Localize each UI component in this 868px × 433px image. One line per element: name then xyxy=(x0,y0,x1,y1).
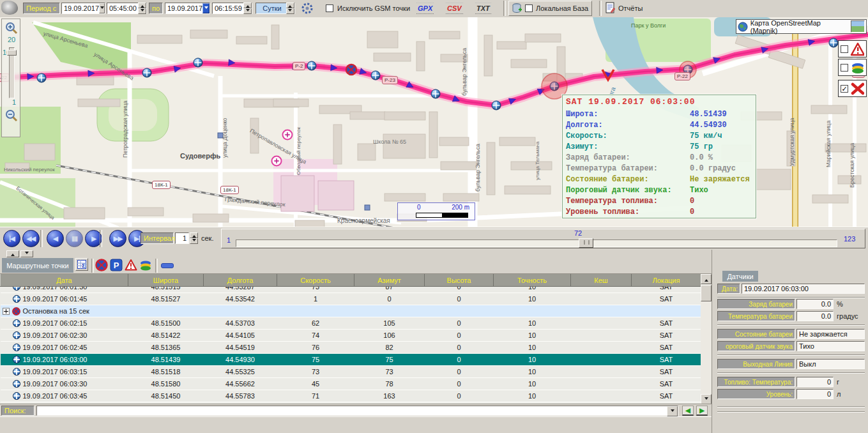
stops-filter-button[interactable] xyxy=(95,258,109,272)
table-header-row[interactable]: ДатаШиротаДолготаСкоростьАзимутВысотаТоч… xyxy=(1,274,701,287)
expand-icon[interactable] xyxy=(3,308,10,315)
date-from-field[interactable]: 19.09.2017 xyxy=(61,3,105,14)
sensor-value[interactable]: Не заряжается xyxy=(796,329,865,339)
column-header[interactable]: Долгота xyxy=(204,274,277,287)
time-from-spinner[interactable] xyxy=(138,3,146,14)
sat-marker[interactable] xyxy=(371,71,380,80)
poi-marker[interactable] xyxy=(283,130,293,140)
alarm-filter-button[interactable] xyxy=(124,258,138,272)
column-header[interactable]: Точность xyxy=(494,274,571,287)
sensor-value[interactable]: 0 xyxy=(796,377,834,387)
sat-marker[interactable] xyxy=(37,73,46,82)
satellite-point-icon xyxy=(13,380,20,388)
map-preview-button[interactable] xyxy=(851,20,865,33)
date-from-dropdown-icon[interactable] xyxy=(99,3,105,13)
play-back-button[interactable]: ◀ xyxy=(47,230,64,247)
zoom-slider-thumb[interactable] xyxy=(7,50,17,56)
search-label: Поиск: xyxy=(1,406,34,416)
table-row[interactable]: 19.09.2017 06:03:1548.5151844.5532573730… xyxy=(1,366,701,378)
map-option-clear[interactable]: ✓ xyxy=(838,80,867,97)
map-area[interactable]: улица Арсеньеваулица АрсеньеваПетроградс… xyxy=(0,17,868,227)
table-row[interactable]: 19.09.2017 06:01:3048.5151544.5328773870… xyxy=(1,287,701,293)
column-header[interactable]: Широта xyxy=(128,274,204,287)
poi-marker[interactable] xyxy=(272,156,282,166)
sat-marker[interactable] xyxy=(142,68,151,77)
local-db-checkbox[interactable] xyxy=(525,4,533,12)
clear-checkbox[interactable]: ✓ xyxy=(841,85,848,93)
map-layer-selector[interactable]: Карта OpenStreetMap (Mapnik) xyxy=(736,19,867,34)
column-header[interactable]: Дата xyxy=(1,274,128,287)
table-row[interactable]: 19.09.2017 06:01:4548.5152744.5354210010… xyxy=(1,293,701,305)
table-row[interactable]: 19.09.2017 06:02:4548.5136544.5451976820… xyxy=(1,342,701,354)
interval-spinner[interactable] xyxy=(190,232,198,244)
stop-group-row[interactable]: Остановка на 15 сек xyxy=(1,305,701,317)
stop-marker[interactable] xyxy=(346,65,356,75)
layers-checkbox[interactable] xyxy=(841,64,848,72)
table-row[interactable]: 19.09.2017 06:02:3048.5142244.5410574106… xyxy=(1,330,701,342)
column-header[interactable]: Локация xyxy=(632,274,701,287)
pause-button[interactable]: ▮▮ xyxy=(66,230,83,247)
scroll-down-icon[interactable] xyxy=(701,394,712,404)
column-header[interactable]: Кеш xyxy=(571,274,632,287)
scrollbar-thumb[interactable] xyxy=(701,285,712,301)
search-prev-button[interactable]: ◀ xyxy=(682,406,694,416)
sat-marker[interactable] xyxy=(194,58,202,67)
rewind-button[interactable]: ◀◀ xyxy=(22,230,40,247)
table-row[interactable]: 19.09.2017 06:02:1548.5150044.5370362105… xyxy=(1,317,701,330)
parking-filter-button[interactable]: P xyxy=(109,258,123,272)
exclude-gsm-checkbox[interactable] xyxy=(326,4,333,12)
search-input[interactable] xyxy=(36,406,678,416)
preset-spinner[interactable] xyxy=(286,3,294,14)
sensors-tab[interactable]: Датчики xyxy=(722,271,758,282)
time-to-spinner[interactable] xyxy=(243,3,252,14)
zoom-in-icon[interactable] xyxy=(4,21,19,35)
map-option-layers[interactable] xyxy=(838,59,867,76)
sensor-value[interactable]: 0.0 xyxy=(796,311,834,321)
sat-marker[interactable] xyxy=(492,101,501,110)
export-txt-button[interactable]: TXT xyxy=(475,3,491,14)
splitter-handle[interactable] xyxy=(161,263,174,268)
warnings-checkbox[interactable] xyxy=(841,45,848,53)
sensor-value[interactable]: Тихо xyxy=(796,341,865,351)
scroll-up-icon[interactable] xyxy=(701,274,712,284)
table-scrollbar[interactable] xyxy=(701,274,712,404)
sensor-value[interactable]: 0.0 xyxy=(796,299,834,309)
reports-button[interactable]: Отчёты xyxy=(605,2,643,14)
table-row[interactable]: 19.09.2017 06:03:0048.5143944.5493075750… xyxy=(1,354,701,366)
column-header[interactable]: Высота xyxy=(425,274,494,287)
date-to-dropdown-icon[interactable] xyxy=(202,3,209,13)
layers-filter-button[interactable] xyxy=(139,258,153,272)
sensor-date-value[interactable]: 19.09.2017 06:03:00 xyxy=(742,284,865,294)
sat-marker[interactable] xyxy=(431,89,440,98)
sat-marker[interactable] xyxy=(307,61,316,70)
date-to-field[interactable]: 19.09.2017 xyxy=(165,3,210,14)
square-marker[interactable] xyxy=(365,205,370,210)
position-slider-track[interactable] xyxy=(236,239,837,247)
interval-input[interactable]: 1 xyxy=(175,232,189,244)
tab-route-points[interactable]: Маршрутные точки xyxy=(2,258,73,273)
sat-marker[interactable] xyxy=(829,38,838,47)
preset-field[interactable]: Сутки xyxy=(255,3,295,14)
table-row[interactable]: 19.09.2017 06:03:3048.5158044.5566245780… xyxy=(1,378,701,390)
map-zoom-control[interactable]: 20 16 1 xyxy=(1,19,20,137)
statistics-button[interactable]: Σ xyxy=(75,258,88,271)
column-header[interactable]: Скорость xyxy=(277,274,354,287)
sensor-value[interactable]: 0 xyxy=(796,389,834,399)
search-next-button[interactable]: ▶ xyxy=(696,406,708,416)
sensor-value[interactable]: Выкл xyxy=(796,359,865,369)
export-csv-button[interactable]: CSV xyxy=(446,3,463,14)
splitter-down-button[interactable] xyxy=(20,250,33,257)
column-header[interactable]: Азимут xyxy=(354,274,425,287)
time-from-field[interactable]: 05:45:00 xyxy=(107,3,147,14)
map-option-warnings[interactable] xyxy=(838,40,867,57)
fast-forward-button[interactable]: ▶▶ xyxy=(109,230,126,247)
splitter-up-button[interactable] xyxy=(6,250,19,257)
export-gpx-button[interactable]: GPX xyxy=(416,3,434,14)
table-row[interactable]: 19.09.2017 06:03:4548.5145044.5578371163… xyxy=(1,390,701,402)
zoom-out-icon[interactable] xyxy=(4,109,19,123)
time-to-field[interactable]: 06:15:59 xyxy=(212,3,252,14)
apply-period-button[interactable] xyxy=(300,1,314,15)
skip-start-button[interactable]: |◀ xyxy=(3,230,20,247)
position-slider-thumb[interactable] xyxy=(579,238,593,248)
search-dropdown-icon[interactable] xyxy=(667,406,678,416)
